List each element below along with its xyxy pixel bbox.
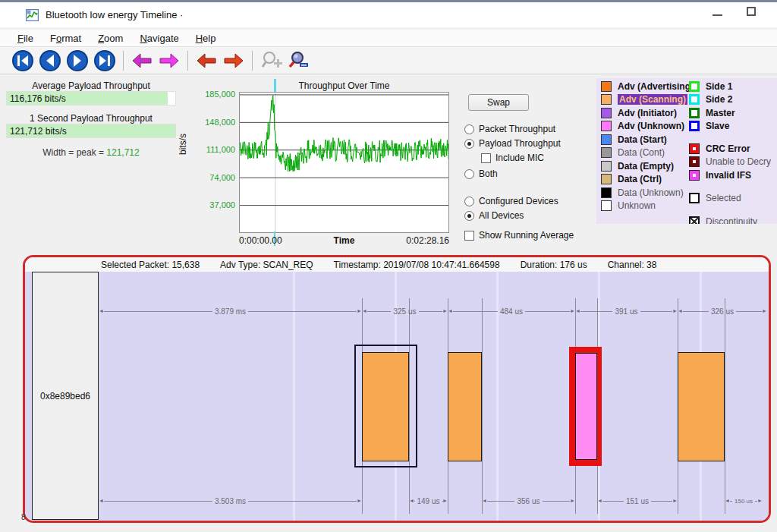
legend-item-adv-advertising-[interactable]: Adv (Advertising): [601, 80, 694, 93]
toolbar-separator: [187, 51, 188, 71]
option-include-mic[interactable]: Include MIC: [481, 153, 544, 163]
y-tick-label: 74,000: [190, 173, 235, 182]
measurement-label: 356 us: [514, 497, 542, 505]
radio-indicator[interactable]: [464, 197, 474, 206]
invalid-ifs-crc-error-packet[interactable]: [575, 353, 597, 460]
measurement-line: [482, 298, 483, 514]
zoom-out-button[interactable]: [285, 49, 312, 73]
legend-swatch: [601, 200, 612, 211]
legend-label: Adv (Advertising): [618, 81, 694, 92]
legend-item-data-cont-[interactable]: Data (Cont): [601, 146, 665, 159]
timeline-area[interactable]: ◄3.879 ms►◄325 us►◄484 us►◄391 us►◄326 u…: [25, 272, 769, 521]
next-same-type-button[interactable]: [156, 49, 183, 73]
arrow-right-icon: ►: [442, 496, 448, 505]
arrow-left-icon: ◄: [575, 307, 580, 316]
swap-button[interactable]: Swap: [468, 94, 529, 111]
arrow-right-icon: ►: [357, 496, 362, 505]
legend-item-adv-scanning-[interactable]: Adv (Scanning): [601, 93, 687, 105]
radio-indicator[interactable]: [464, 169, 474, 179]
legend-label: Master: [706, 108, 735, 118]
go-first-button[interactable]: [9, 49, 36, 73]
width-peak-label: Width = peak = 121,712: [4, 147, 178, 158]
sec-throughput-bar: 121,712 bits/s: [6, 124, 176, 138]
option-packet-throughput[interactable]: Packet Throughput: [464, 124, 555, 134]
maximize-button[interactable]: [747, 7, 756, 16]
avg-throughput-title: Average Payload Throughput: [4, 80, 178, 91]
option-configured-devices[interactable]: Configured Devices: [464, 196, 558, 206]
previous-same-type-button[interactable]: [128, 49, 156, 73]
measurement-label: 3.503 ms: [212, 497, 248, 505]
arrow-right-icon: ►: [570, 307, 575, 316]
checkbox-indicator[interactable]: [481, 153, 491, 163]
avg-throughput-value: 116,176 bits/s: [10, 92, 66, 105]
radio-indicator[interactable]: [464, 124, 474, 134]
menu-zoom[interactable]: Zoom: [90, 31, 131, 46]
checkbox-indicator[interactable]: [464, 231, 474, 241]
legend-item-data-empty-[interactable]: Data (Empty): [601, 160, 674, 172]
go-previous-button[interactable]: [36, 49, 64, 73]
go-last-icon: [93, 49, 116, 72]
measurement-391-us: ◄391 us►: [575, 307, 678, 316]
device-box[interactable]: 0x8e89bed6: [32, 272, 99, 520]
window-title: Bluetooth low energy Timeline ·: [46, 9, 183, 20]
legend-item-discontinuity[interactable]: Discontinuity: [689, 216, 757, 224]
minimize-button[interactable]: [713, 14, 722, 16]
throughput-chart[interactable]: [239, 92, 449, 233]
legend-swatch: [689, 108, 700, 118]
measurement-label: 151 us: [624, 497, 651, 505]
legend-swatch: [689, 156, 700, 167]
adv-scanning-packet[interactable]: [448, 352, 482, 461]
option-label: All Devices: [479, 210, 524, 221]
option-label: Configured Devices: [479, 196, 558, 206]
radio-indicator[interactable]: [464, 139, 474, 149]
radio-indicator[interactable]: [464, 211, 474, 221]
legend-swatch: [601, 187, 612, 198]
legend-label: Data (Empty): [618, 161, 674, 172]
legend-item-adv-initiator-[interactable]: Adv (Initiator): [601, 107, 677, 119]
option-show-running-average[interactable]: Show Running Average: [464, 230, 574, 241]
legend-item-invalid-ifs[interactable]: Invalid IFS: [689, 169, 751, 181]
legend-swatch: [601, 121, 612, 131]
next-error-button[interactable]: [220, 49, 247, 73]
legend-item-side-2[interactable]: Side 2: [689, 93, 732, 105]
go-next-button[interactable]: [64, 49, 91, 73]
menu-file[interactable]: File: [9, 31, 42, 46]
go-previous-icon: [39, 49, 61, 72]
timeline-info-field: Duration: 176 us: [521, 260, 587, 270]
option-both[interactable]: Both: [464, 168, 498, 179]
legend-item-side-1[interactable]: Side 1: [689, 80, 732, 93]
adv-scanning-packet[interactable]: [678, 352, 725, 461]
option-all-devices[interactable]: All Devices: [464, 210, 524, 221]
timeline-info-field: Timestamp: 2019/07/08 10:47:41.664598: [334, 260, 500, 270]
legend-swatch: [601, 81, 612, 92]
adv-scanning-packet-selected[interactable]: [362, 352, 409, 461]
legend-item-data-start-[interactable]: Data (Start): [601, 134, 667, 146]
legend-item-data-ctrl-[interactable]: Data (Ctrl): [601, 173, 662, 185]
menu-help[interactable]: Help: [187, 31, 225, 46]
measurement-325-us: ◄325 us►: [362, 307, 448, 316]
legend-item-unknown[interactable]: Unknown: [601, 200, 656, 212]
legend-item-slave[interactable]: Slave: [689, 120, 729, 132]
sec-throughput-value: 121,712 bits/s: [10, 124, 67, 138]
previous-error-button[interactable]: [193, 49, 220, 73]
legend-item-selected[interactable]: Selected: [689, 192, 741, 204]
arrow-right-icon: ►: [570, 496, 575, 505]
menu-navigate[interactable]: Navigate: [131, 31, 187, 46]
measurement-484-us: ◄484 us►: [448, 307, 575, 316]
go-last-button[interactable]: [91, 49, 118, 73]
legend-item-data-unknown-[interactable]: Data (Unknown): [601, 187, 684, 199]
zoom-in-button[interactable]: [257, 49, 285, 73]
cursor-marker-top[interactable]: [274, 79, 276, 92]
legend-item-master[interactable]: Master: [689, 107, 735, 119]
menu-format[interactable]: Format: [42, 31, 90, 46]
legend-item-adv-unknown-[interactable]: Adv (Unknown): [601, 120, 684, 132]
option-payload-throughput[interactable]: Payload Throughput: [464, 138, 561, 149]
menu-bar: FileFormatZoomNavigateHelp: [0, 30, 777, 46]
x-axis-end-label: 0:02:28.16: [239, 235, 449, 246]
arrow-right-icon: ►: [757, 496, 763, 505]
legend-panel: Adv (Advertising)Adv (Scanning)Adv (Init…: [596, 78, 777, 224]
legend-label: Data (Start): [618, 134, 667, 145]
timeline-header: Selected Packet: 15,638Adv Type: SCAN_RE…: [25, 257, 769, 272]
legend-item-unable-to-decry[interactable]: Unable to Decry: [689, 156, 771, 168]
legend-item-crc-error[interactable]: CRC Error: [689, 143, 750, 155]
